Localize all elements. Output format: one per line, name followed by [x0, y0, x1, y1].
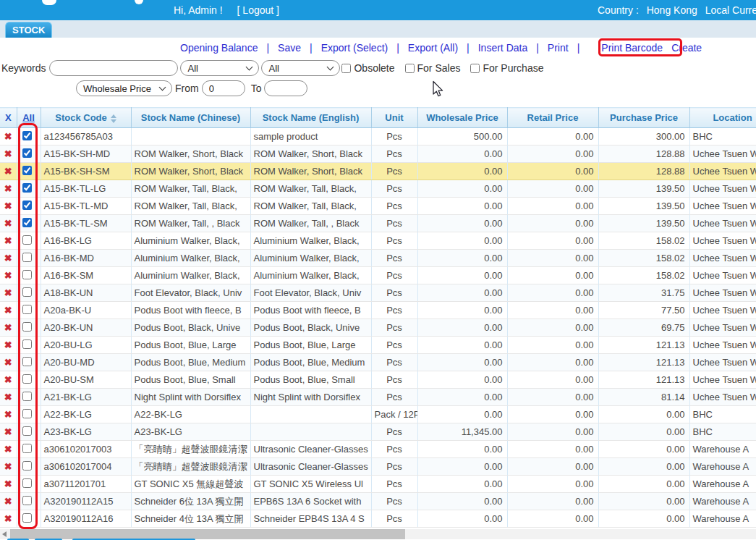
toolbar-link-opening-balance[interactable]: Opening Balance — [180, 42, 258, 54]
row-checkbox[interactable] — [22, 131, 32, 140]
category-select-1[interactable]: All — [180, 60, 259, 76]
row-checkbox[interactable] — [22, 322, 32, 332]
row-checkbox[interactable] — [22, 478, 32, 488]
row-checkbox[interactable] — [22, 287, 32, 297]
obsolete-checkbox[interactable] — [341, 64, 351, 73]
toolbar-link-create[interactable]: Create — [671, 42, 702, 54]
toolbar-link-print[interactable]: Print — [548, 42, 569, 54]
table-row[interactable]: ✖ A16-BK-LG Aluminium Walker, Black, Alu… — [0, 232, 756, 250]
row-checkbox-cell — [17, 458, 41, 476]
keywords-input[interactable] — [49, 60, 178, 76]
for-sales-checkbox[interactable] — [405, 64, 415, 73]
table-row[interactable]: ✖ A21-BK-LG Night Splint with Dorsiflex … — [0, 389, 756, 406]
unit-cell: Pcs — [371, 371, 417, 389]
table-row[interactable]: ✖ A22-BK-LG A22-BK-LG Pack / 12P 0.00 0.… — [0, 406, 756, 423]
price-type-select[interactable]: Wholesale Price — [76, 80, 172, 96]
table-row[interactable]: ✖ A20a-BK-U Podus Boot with fleece, B Po… — [0, 302, 756, 319]
row-checkbox[interactable] — [22, 253, 32, 262]
row-checkbox[interactable] — [22, 305, 32, 314]
unit-cell: Pcs — [371, 389, 417, 406]
delete-row-icon[interactable]: ✖ — [0, 284, 17, 302]
row-checkbox[interactable] — [22, 409, 32, 418]
row-checkbox[interactable] — [22, 374, 32, 384]
table-row[interactable]: ✖ A15-BK-SH-SM ROM Walker, Short, Black … — [0, 163, 756, 180]
row-checkbox[interactable] — [22, 357, 32, 366]
delete-row-icon[interactable]: ✖ — [0, 389, 17, 406]
row-checkbox[interactable] — [22, 270, 32, 279]
delete-row-icon[interactable]: ✖ — [0, 302, 17, 319]
unit-cell: Pcs — [371, 215, 417, 232]
delete-row-icon[interactable]: ✖ — [0, 406, 17, 423]
delete-row-icon[interactable]: ✖ — [0, 180, 17, 198]
category-select-2[interactable]: All — [261, 60, 340, 76]
table-row[interactable]: ✖ A15-BK-SH-MD ROM Walker, Short, Black … — [0, 145, 756, 163]
select-all-link[interactable]: All — [22, 112, 35, 123]
row-checkbox[interactable] — [22, 218, 32, 227]
row-checkbox[interactable] — [22, 496, 32, 505]
row-checkbox[interactable] — [22, 392, 32, 401]
header-stock-code[interactable]: Stock Code — [41, 108, 131, 128]
delete-row-icon[interactable]: ✖ — [0, 250, 17, 267]
row-checkbox[interactable] — [22, 426, 32, 436]
delete-row-icon[interactable]: ✖ — [0, 232, 17, 250]
table-row[interactable]: ✖ A20-BU-MD Podus Boot, Blue, Medium Pod… — [0, 354, 756, 371]
table-row[interactable]: ✖ a306102017003 「亮睛睛」超聲波眼鏡清潔 Ultrasonic … — [0, 441, 756, 458]
scrollbar-thumb[interactable] — [10, 529, 405, 539]
row-checkbox-cell — [17, 493, 41, 510]
table-row[interactable]: ✖ A20-BU-SM Podus Boot, Blue, Small Podu… — [0, 371, 756, 389]
delete-row-icon[interactable]: ✖ — [0, 337, 17, 354]
delete-row-icon[interactable]: ✖ — [0, 128, 17, 145]
delete-row-icon[interactable]: ✖ — [0, 476, 17, 493]
unit-cell: Pcs — [371, 354, 417, 371]
delete-row-icon[interactable]: ✖ — [0, 163, 17, 180]
table-row[interactable]: ✖ A15-BK-TL-SM ROM Walker, Tall, , Black… — [0, 215, 756, 232]
table-row[interactable]: ✖ A15-BK-TL-MD ROM Walker, Tall, Black, … — [0, 198, 756, 215]
row-checkbox[interactable] — [22, 148, 32, 158]
delete-row-icon[interactable]: ✖ — [0, 198, 17, 215]
row-checkbox[interactable] — [22, 183, 32, 193]
row-checkbox[interactable] — [22, 444, 32, 453]
delete-row-icon[interactable]: ✖ — [0, 441, 17, 458]
for-purchase-checkbox[interactable] — [470, 64, 480, 73]
row-checkbox[interactable] — [22, 166, 32, 175]
scroll-left-arrow-icon[interactable] — [2, 531, 7, 537]
toolbar-link-export-select-[interactable]: Export (Select) — [321, 42, 388, 54]
row-checkbox[interactable] — [22, 201, 32, 210]
table-row[interactable]: ✖ A20-BU-LG Podus Boot, Blue, Large Podu… — [0, 337, 756, 354]
table-row[interactable]: ✖ A320190112A15 Schneider 6位 13A 獨立開 EPB… — [0, 493, 756, 510]
location-cell: Uchee Tsuen W — [689, 354, 756, 371]
price-to-input[interactable] — [264, 80, 307, 96]
delete-row-icon[interactable]: ✖ — [0, 371, 17, 389]
table-row[interactable]: ✖ A23-BK-LG A23-BK-LG Pcs 11,345.00 0.00… — [0, 423, 756, 441]
delete-row-icon[interactable]: ✖ — [0, 215, 17, 232]
delete-row-icon[interactable]: ✖ — [0, 354, 17, 371]
delete-row-icon[interactable]: ✖ — [0, 423, 17, 441]
table-row[interactable]: ✖ a306102017004 「亮睛睛」超聲波眼鏡清潔 Ultrasonic … — [0, 458, 756, 476]
row-checkbox[interactable] — [22, 461, 32, 471]
table-row[interactable]: ✖ a30711201701 GT SONIC X5 無線超聲波 GT SONI… — [0, 476, 756, 493]
toolbar-link-save[interactable]: Save — [278, 42, 301, 54]
delete-row-icon[interactable]: ✖ — [0, 319, 17, 337]
header-delete-all[interactable]: X — [0, 108, 17, 128]
table-row[interactable]: ✖ A15-BK-TL-LG ROM Walker, Tall, Black, … — [0, 180, 756, 198]
row-checkbox[interactable] — [22, 339, 32, 349]
delete-row-icon[interactable]: ✖ — [0, 458, 17, 476]
price-from-input[interactable] — [202, 80, 245, 96]
table-row[interactable]: ✖ A20-BK-UN Podus Boot, Black, Unive Pod… — [0, 319, 756, 337]
delete-row-icon[interactable]: ✖ — [0, 267, 17, 284]
row-checkbox[interactable] — [22, 235, 32, 245]
row-checkbox[interactable] — [22, 513, 32, 523]
logout-link[interactable]: [ Logout ] — [237, 4, 279, 16]
toolbar-link-export-all-[interactable]: Export (All) — [408, 42, 458, 54]
toolbar-link-insert-data[interactable]: Insert Data — [478, 42, 527, 54]
table-row[interactable]: ✖ a123456785A03 sample product Pcs 500.0… — [0, 128, 756, 145]
table-row[interactable]: ✖ A18-BK-UN Foot Elevator, Black, Univ F… — [0, 284, 756, 302]
toolbar-link-print-barcode[interactable]: Print Barcode — [597, 42, 667, 54]
delete-row-icon[interactable]: ✖ — [0, 145, 17, 163]
tab-stock[interactable]: STOCK — [5, 22, 52, 38]
table-row[interactable]: ✖ A320190112A16 Schneider 4位 13A 獨立開 Sch… — [0, 510, 756, 528]
delete-row-icon[interactable]: ✖ — [0, 510, 17, 528]
table-row[interactable]: ✖ A16-BK-MD Aluminium Walker, Black, Alu… — [0, 250, 756, 267]
delete-row-icon[interactable]: ✖ — [0, 493, 17, 510]
table-row[interactable]: ✖ A16-BK-SM Aluminium Walker, Black, Alu… — [0, 267, 756, 284]
